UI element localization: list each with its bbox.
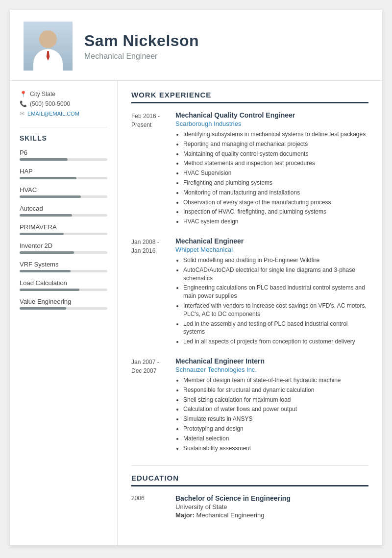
- skill-bar-background: [20, 214, 107, 217]
- skill-bar-fill: [20, 270, 71, 272]
- work-bullet: Identifying subsystems in mechanical sys…: [183, 130, 368, 139]
- work-bullet: Maintaining of quality control system do…: [183, 150, 368, 158]
- work-bullet: Shell sizing calculation for maximum loa…: [183, 396, 368, 404]
- work-content: Mechanical Engineer Whippet Mechanical S…: [175, 237, 368, 347]
- skill-item: HAP: [20, 168, 107, 179]
- work-bullet: AutoCAD/AutoCAD electrical for single li…: [183, 266, 368, 283]
- skill-bar-fill: [20, 158, 68, 161]
- sidebar: 📍 City State 📞 (500) 500-5000 ✉ EMAIL@EM…: [10, 81, 118, 545]
- education-entry: 2006 Bachelor of Science in Engineering …: [131, 494, 368, 519]
- contact-city: 📍 City State: [20, 91, 107, 97]
- work-bullet: Prototyping and design: [183, 425, 368, 433]
- skill-bar-background: [20, 289, 107, 291]
- edu-degree: Bachelor of Science in Engineering: [175, 494, 368, 502]
- work-bullet: Member of design team of state-of-the-ar…: [183, 376, 368, 385]
- work-company: Whippet Mechanical: [175, 246, 368, 253]
- edu-divider: [131, 465, 368, 466]
- resume-container: Sam Nickelson Mechanical Engineer 📍 City…: [10, 10, 382, 545]
- skill-name: Inventor 2D: [20, 242, 107, 249]
- location-icon: 📍: [20, 91, 27, 97]
- skill-bar-background: [20, 307, 107, 310]
- work-bullet: Observation of every stage of the manufa…: [183, 198, 368, 207]
- header-info: Sam Nickelson Mechanical Engineer: [84, 32, 368, 61]
- skill-bar-background: [20, 158, 107, 161]
- work-bullet: Sustainability assessment: [183, 444, 368, 453]
- skill-name: Load Calculation: [20, 279, 107, 287]
- skill-name: Value Engineering: [20, 298, 107, 305]
- work-job-title: Mechanical Engineer: [175, 237, 368, 245]
- work-bullet: Monitoring of manufacturing and installa…: [183, 189, 368, 197]
- contact-email: ✉ EMAIL@EMAIL.COM: [20, 110, 107, 117]
- skill-item: Load Calculation: [20, 279, 107, 291]
- skill-item: HVAC: [20, 186, 107, 198]
- education-section-title: EDUCATION: [131, 474, 368, 486]
- candidate-name: Sam Nickelson: [84, 32, 368, 50]
- work-bullet: HVAC system design: [183, 218, 368, 226]
- work-entry: Feb 2016 -Present Mechanical Quality Con…: [131, 111, 368, 227]
- skill-name: HAP: [20, 168, 107, 175]
- work-company: Schnauzer Technologies Inc.: [175, 366, 368, 373]
- work-content: Mechanical Engineer Intern Schnauzer Tec…: [175, 357, 368, 454]
- skill-bar-fill: [20, 289, 79, 291]
- skill-item: Autocad: [20, 205, 107, 217]
- skill-bar-fill: [20, 233, 64, 235]
- contact-section: 📍 City State 📞 (500) 500-5000 ✉ EMAIL@EM…: [20, 91, 107, 117]
- work-bullet: Led in the assembly and testing of PLC b…: [183, 320, 368, 337]
- resume-body: 📍 City State 📞 (500) 500-5000 ✉ EMAIL@EM…: [10, 81, 382, 545]
- skill-bar-background: [20, 251, 107, 254]
- skills-list: P6 HAP HVAC Autocad PRIMAVERA: [20, 149, 107, 310]
- skill-bar-fill: [20, 177, 76, 179]
- work-bullet: Firefighting and plumbing systems: [183, 179, 368, 187]
- skill-name: P6: [20, 149, 107, 156]
- work-entries: Feb 2016 -Present Mechanical Quality Con…: [131, 111, 368, 454]
- work-date: Feb 2016 -Present: [131, 111, 175, 227]
- skill-bar-fill: [20, 251, 74, 254]
- work-bullet: HVAC Supervision: [183, 169, 368, 177]
- work-section: WORK EXPERIENCE Feb 2016 -Present Mechan…: [131, 91, 368, 454]
- skill-name: VRF Systems: [20, 261, 107, 268]
- work-bullet: Material selection: [183, 435, 368, 443]
- work-bullets-list: Member of design team of state-of-the-ar…: [175, 376, 368, 452]
- skill-item: P6: [20, 149, 107, 161]
- work-bullet: Interfaced with vendors to increase cost…: [183, 302, 368, 318]
- skill-bar-fill: [20, 195, 81, 198]
- skill-name: HVAC: [20, 186, 107, 194]
- work-bullet: Led in all aspects of projects from conc…: [183, 338, 368, 346]
- skill-name: PRIMAVERA: [20, 223, 107, 231]
- edu-content: Bachelor of Science in Engineering Unive…: [175, 494, 368, 519]
- email-icon: ✉: [20, 110, 24, 117]
- skill-bar-background: [20, 270, 107, 272]
- work-company: Scarborough Industries: [175, 120, 368, 127]
- resume-header: Sam Nickelson Mechanical Engineer: [10, 10, 382, 81]
- skill-bar-fill: [20, 214, 72, 217]
- work-date: Jan 2008 -Jan 2016: [131, 237, 175, 347]
- edu-school: University of State: [175, 503, 368, 510]
- work-job-title: Mechanical Engineer Intern: [175, 357, 368, 365]
- work-entry: Jan 2007 -Dec 2007 Mechanical Engineer I…: [131, 357, 368, 454]
- skill-bar-background: [20, 195, 107, 198]
- work-bullet: Simulate results in ANSYS: [183, 415, 368, 423]
- work-bullets-list: Identifying subsystems in mechanical sys…: [175, 130, 368, 226]
- work-bullet: Engineering calculations on PLC based in…: [183, 284, 368, 300]
- skill-bar-background: [20, 177, 107, 179]
- work-content: Mechanical Quality Control Engineer Scar…: [175, 111, 368, 227]
- work-date: Jan 2007 -Dec 2007: [131, 357, 175, 454]
- work-bullet: Reporting and managing of mechanical pro…: [183, 140, 368, 148]
- work-bullet: Method statements and inspection test pr…: [183, 159, 368, 168]
- skills-section-title: SKILLS: [20, 134, 107, 142]
- skill-item: VRF Systems: [20, 261, 107, 272]
- work-bullet: Calculation of water flows and power out…: [183, 405, 368, 413]
- work-bullet: Inspection of HVAC, firefighting, and pl…: [183, 208, 368, 216]
- edu-major: Major: Mechanical Engineering: [175, 511, 368, 519]
- skill-item: Value Engineering: [20, 298, 107, 310]
- edu-major-label: Major:: [175, 511, 195, 519]
- contact-phone: 📞 (500) 500-5000: [20, 100, 107, 107]
- main-content: WORK EXPERIENCE Feb 2016 -Present Mechan…: [118, 81, 382, 545]
- work-section-title: WORK EXPERIENCE: [131, 91, 368, 103]
- profile-photo: [24, 22, 73, 71]
- skill-bar-fill: [20, 307, 66, 310]
- phone-icon: 📞: [20, 100, 27, 107]
- education-section: EDUCATION 2006 Bachelor of Science in En…: [131, 465, 368, 519]
- sidebar-divider: [20, 127, 107, 127]
- work-bullet: Responsible for structural and dynamic c…: [183, 386, 368, 394]
